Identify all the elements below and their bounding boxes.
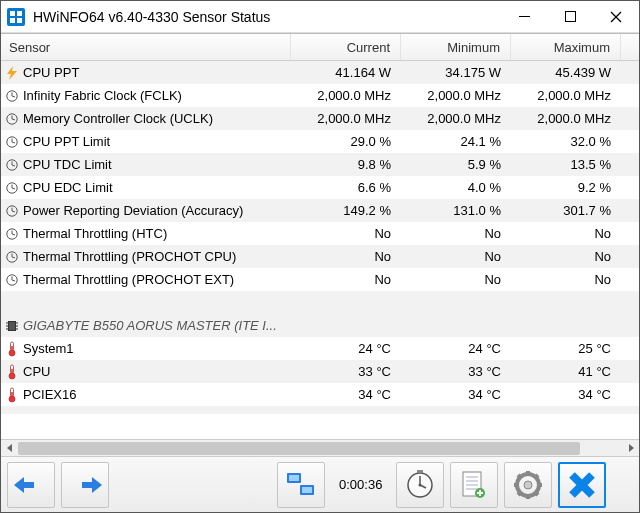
network-button[interactable] (277, 462, 325, 508)
grid-header: Sensor Current Minimum Maximum (1, 34, 639, 61)
svg-marker-55 (14, 477, 24, 493)
svg-rect-56 (24, 482, 34, 488)
cell-current: 41.164 W (291, 61, 401, 84)
therm-icon (5, 341, 19, 357)
col-sensor[interactable]: Sensor (1, 34, 291, 60)
blank-row (1, 291, 639, 314)
cell-maximum: 2,000.0 MHz (511, 107, 621, 130)
sensor-row[interactable]: PCIEX1634 °C34 °C34 °C (1, 383, 639, 406)
horizontal-scrollbar[interactable] (1, 439, 639, 456)
svg-rect-1 (17, 11, 22, 16)
svg-line-17 (12, 142, 15, 143)
sensor-row[interactable]: Thermal Throttling (PROCHOT CPU)NoNoNo (1, 245, 639, 268)
sensor-row[interactable]: Memory Controller Clock (UCLK)2,000.0 MH… (1, 107, 639, 130)
cell-current: 33 °C (291, 360, 401, 383)
cell-current: 34 °C (291, 383, 401, 406)
sensor-row[interactable]: CPU PPT41.164 W34.175 W45.439 W (1, 61, 639, 84)
cell-current: 6.6 % (291, 176, 401, 199)
cell-minimum: 131.0 % (401, 199, 511, 222)
svg-rect-58 (82, 482, 92, 488)
cell-current: 149.2 % (291, 199, 401, 222)
window-title: HWiNFO64 v6.40-4330 Sensor Status (33, 9, 270, 25)
close-button[interactable] (593, 1, 639, 33)
svg-rect-0 (10, 11, 15, 16)
sensor-name: System1 (23, 337, 74, 360)
clock-icon (5, 111, 19, 127)
col-maximum[interactable]: Maximum (511, 34, 621, 60)
cell-maximum: 13.5 % (511, 153, 621, 176)
cell-maximum: No (511, 268, 621, 291)
sensor-name: PCIEX16 (23, 383, 76, 406)
svg-line-11 (12, 96, 15, 97)
sensor-name: Thermal Throttling (HTC) (23, 222, 167, 245)
svg-rect-67 (417, 470, 423, 473)
svg-rect-62 (302, 487, 312, 493)
sensor-name: CPU EDC Limit (23, 176, 113, 199)
cell-current: 9.8 % (291, 153, 401, 176)
toolbar: 0:00:36 (1, 456, 639, 512)
svg-point-46 (9, 350, 15, 356)
col-current[interactable]: Current (291, 34, 401, 60)
svg-marker-8 (7, 66, 17, 80)
cell-maximum: 301.7 % (511, 199, 621, 222)
cell-minimum: 4.0 % (401, 176, 511, 199)
maximize-button[interactable] (547, 1, 593, 33)
sensor-name: Thermal Throttling (PROCHOT EXT) (23, 268, 234, 291)
svg-rect-5 (565, 12, 575, 22)
cell-maximum: 41 °C (511, 360, 621, 383)
settings-button[interactable] (504, 462, 552, 508)
sensor-row[interactable]: Thermal Throttling (PROCHOT EXT)NoNoNo (1, 268, 639, 291)
prev-button[interactable] (7, 462, 55, 508)
cell-maximum: No (511, 245, 621, 268)
clock-icon (5, 203, 19, 219)
sensor-name: Memory Controller Clock (UCLK) (23, 107, 213, 130)
clock-icon (5, 249, 19, 265)
svg-rect-3 (17, 18, 22, 23)
cell-maximum: 25 °C (511, 337, 621, 360)
clock-button[interactable] (396, 462, 444, 508)
svg-line-32 (12, 257, 15, 258)
cell-maximum: 34 °C (511, 383, 621, 406)
svg-marker-54 (629, 444, 634, 452)
scroll-thumb[interactable] (18, 442, 580, 455)
scroll-left-arrow[interactable] (1, 440, 18, 457)
svg-line-20 (12, 165, 15, 166)
cell-maximum: No (511, 222, 621, 245)
clock-icon (5, 88, 19, 104)
scroll-right-arrow[interactable] (622, 440, 639, 457)
cell-minimum: 34.175 W (401, 61, 511, 84)
col-minimum[interactable]: Minimum (401, 34, 511, 60)
sensor-row[interactable]: Power Reporting Deviation (Accuracy)149.… (1, 199, 639, 222)
next-button[interactable] (61, 462, 109, 508)
log-button[interactable] (450, 462, 498, 508)
cell-current: 2,000.0 MHz (291, 107, 401, 130)
clock-icon (5, 157, 19, 173)
clock-icon (5, 180, 19, 196)
cell-minimum: 5.9 % (401, 153, 511, 176)
cell-minimum: 24 °C (401, 337, 511, 360)
svg-rect-2 (10, 18, 15, 23)
sensor-row[interactable]: CPU TDC Limit9.8 %5.9 %13.5 % (1, 153, 639, 176)
cell-maximum: 2,000.0 MHz (511, 84, 621, 107)
svg-marker-57 (92, 477, 102, 493)
cell-minimum: No (401, 245, 511, 268)
scroll-track[interactable] (18, 440, 622, 456)
minimize-button[interactable] (501, 1, 547, 33)
sensor-section-header[interactable]: GIGABYTE B550 AORUS MASTER (ITE I... (1, 314, 639, 337)
svg-point-52 (9, 396, 15, 402)
sensor-row[interactable]: Infinity Fabric Clock (FCLK)2,000.0 MHz2… (1, 84, 639, 107)
sensor-row[interactable]: Thermal Throttling (HTC)NoNoNo (1, 222, 639, 245)
cell-minimum: 2,000.0 MHz (401, 107, 511, 130)
cell-maximum: 45.439 W (511, 61, 621, 84)
cell-minimum: 33 °C (401, 360, 511, 383)
svg-marker-53 (7, 444, 12, 452)
sensor-row[interactable]: CPU33 °C33 °C41 °C (1, 360, 639, 383)
sensor-row[interactable]: CPU EDC Limit6.6 %4.0 %9.2 % (1, 176, 639, 199)
sensor-row[interactable]: System124 °C24 °C25 °C (1, 337, 639, 360)
cell-minimum: 2,000.0 MHz (401, 84, 511, 107)
cell-maximum: 32.0 % (511, 130, 621, 153)
sensor-row[interactable]: CPU PPT Limit29.0 %24.1 %32.0 % (1, 130, 639, 153)
close-sensors-button[interactable] (558, 462, 606, 508)
svg-line-83 (535, 492, 538, 495)
svg-line-35 (12, 280, 15, 281)
